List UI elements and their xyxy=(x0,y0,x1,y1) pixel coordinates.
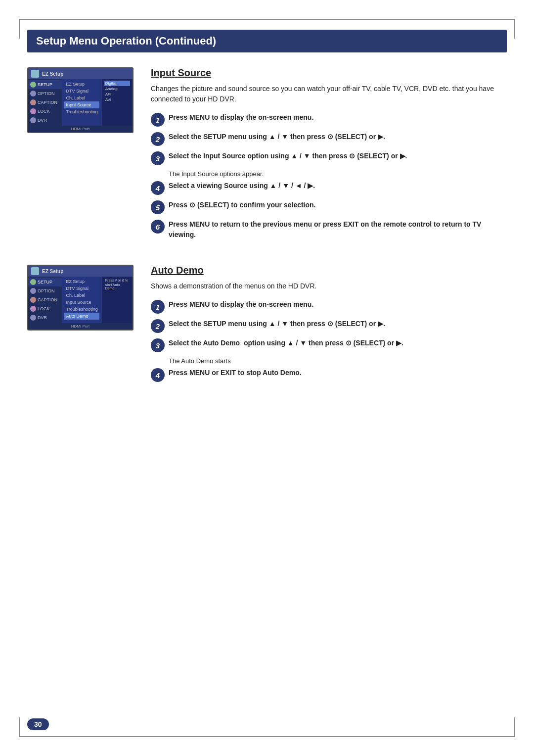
auto-demo-step-4: 4 Press MENU or EXIT to stop Auto Demo. xyxy=(151,368,507,382)
input-source-step-2: 2 Select the SETUP menu using ▲ / ▼ then… xyxy=(151,132,507,146)
step-number: 3 xyxy=(151,151,165,165)
page-header: Setup Menu Operation (Continued) xyxy=(27,30,507,52)
step-number: 4 xyxy=(151,181,165,195)
input-source-step-6: 6 Press MENU to return to the previous m… xyxy=(151,219,507,240)
auto-demo-step-3: 3 Select the Auto Demo option using ▲ / … xyxy=(151,338,507,352)
input-source-heading: Input Source xyxy=(151,67,507,79)
auto-demo-menu-image: EZ Setup SETUP OPTION CAPTION LOCK DVR E… xyxy=(27,265,136,387)
auto-demo-content: Auto Demo Shows a demonstration of the m… xyxy=(151,265,507,387)
page-border-left-top xyxy=(19,19,20,39)
input-source-menu-image: EZ Setup SETUP OPTION CAPTION LOCK DVR E… xyxy=(27,67,136,245)
input-source-step-3-sub: The Input Source options appear. xyxy=(169,170,507,178)
page-border-right-top xyxy=(514,19,515,39)
auto-demo-step-1: 1 Press MENU to display the on-screen me… xyxy=(151,299,507,314)
step-text: Press MENU to display the on-screen menu… xyxy=(169,112,507,123)
input-source-description: Changes the picture and sound source so … xyxy=(151,84,507,104)
page-border-left-bottom xyxy=(19,717,20,737)
step-text: Select the Auto Demo option using ▲ / ▼ … xyxy=(169,338,507,348)
step-number: 3 xyxy=(151,338,165,352)
step-number: 2 xyxy=(151,132,165,146)
step-text: Select the Input Source option using ▲ /… xyxy=(169,151,507,161)
auto-demo-description: Shows a demonstration of the menus on th… xyxy=(151,281,507,291)
step-text: Select the SETUP menu using ▲ / ▼ then p… xyxy=(169,319,507,329)
step-number: 2 xyxy=(151,319,165,333)
page-border-bottom xyxy=(19,736,515,737)
page-number-area: 30 xyxy=(27,718,49,730)
input-source-step-4: 4 Select a viewing Source using ▲ / ▼ / … xyxy=(151,181,507,195)
step-text: Press ⊙ (SELECT) to confirm your selecti… xyxy=(169,200,507,210)
page-border-right-bottom xyxy=(514,717,515,737)
auto-demo-section: EZ Setup SETUP OPTION CAPTION LOCK DVR E… xyxy=(27,265,507,387)
input-source-step-1: 1 Press MENU to display the on-screen me… xyxy=(151,112,507,127)
step-number: 1 xyxy=(151,113,165,127)
input-source-step-5: 5 Press ⊙ (SELECT) to confirm your selec… xyxy=(151,200,507,214)
auto-demo-step-2: 2 Select the SETUP menu using ▲ / ▼ then… xyxy=(151,319,507,333)
step-number: 6 xyxy=(151,220,165,234)
step-text: Select a viewing Source using ▲ / ▼ / ◄ … xyxy=(169,181,507,191)
step-number: 5 xyxy=(151,200,165,214)
input-source-content: Input Source Changes the picture and sou… xyxy=(151,67,507,245)
input-source-section: EZ Setup SETUP OPTION CAPTION LOCK DVR E… xyxy=(27,67,507,245)
auto-demo-step-3-sub: The Auto Demo starts xyxy=(169,357,507,365)
step-text: Press MENU to display the on-screen menu… xyxy=(169,299,507,310)
page-badge: 30 xyxy=(27,718,49,730)
step-text: Press MENU to return to the previous men… xyxy=(169,219,507,240)
step-text: Press MENU or EXIT to stop Auto Demo. xyxy=(169,368,507,378)
step-text: Select the SETUP menu using ▲ / ▼ then p… xyxy=(169,132,507,142)
step-number: 4 xyxy=(151,368,165,382)
step-number: 1 xyxy=(151,300,165,314)
page-border-top xyxy=(19,19,515,20)
input-source-step-3: 3 Select the Input Source option using ▲… xyxy=(151,151,507,165)
page-title: Setup Menu Operation (Continued) xyxy=(36,35,216,47)
auto-demo-heading: Auto Demo xyxy=(151,265,507,276)
